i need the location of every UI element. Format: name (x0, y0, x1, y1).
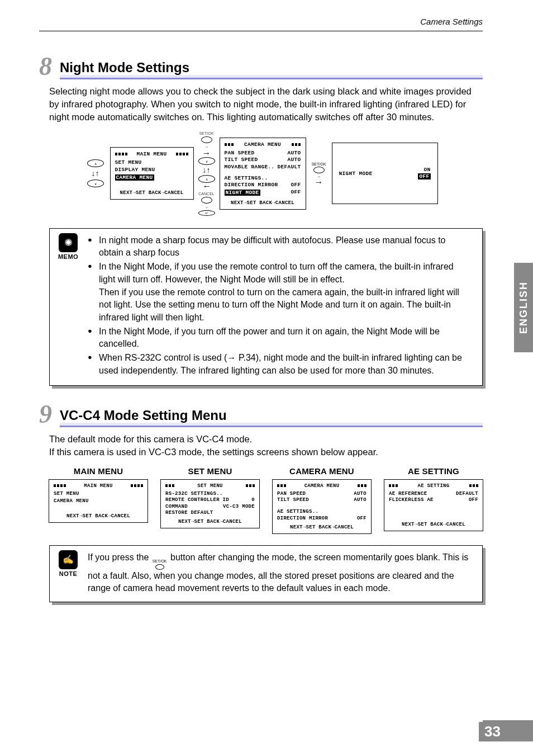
cancel-label: CANCEL (198, 192, 214, 196)
osd-main-menu-title: MAIN MENU (136, 151, 166, 157)
memo-callout: ✺ MEMO In night mode a sharp focus may b… (49, 228, 483, 386)
dots-icon (176, 153, 188, 155)
note-square-icon: ✍ (59, 550, 78, 569)
down-chevron-icon: ⌵ (206, 205, 208, 209)
setok-button-icon (201, 136, 212, 143)
osd-footer: NEXT→SET BACK→CANCEL (54, 513, 143, 519)
osd-line: AE SETTINGS.. (225, 175, 301, 181)
nav-button-icon: ∨ (198, 157, 215, 165)
dots-icon (469, 484, 478, 487)
arrow-right-icon: → (315, 179, 323, 185)
lightbulb-icon: ✺ (59, 233, 78, 252)
language-side-tab: ENGLISH (514, 263, 533, 352)
dots-icon (246, 484, 255, 487)
menu-col-title-camera: CAMERA MENU (272, 466, 372, 476)
osd-line: REMOTE CONTROLLER ID0 (165, 497, 255, 503)
vc-c3-menu-columns: MAIN MENU MAIN MENU SET MENU CAMERA MENU… (49, 466, 483, 534)
osd-night-mode: NIGHT MODE ON OFF (332, 143, 438, 204)
setok-inline-circle-icon (155, 564, 164, 570)
osd-footer: NEXT→SET BACK→CANCEL (277, 525, 367, 530)
osd-camera-menu: CAMERA MENU PAN SPEEDAUTO TILT SPEEDAUTO… (220, 138, 306, 210)
osd-title-text: AE SETTING (417, 483, 449, 489)
running-header: Camera Settings (39, 17, 483, 26)
osd-footer: NEXT→SET BACK→CANCEL (225, 200, 301, 206)
osd-selected-line: CAMERA MENU (115, 174, 154, 181)
osd-selected-line: NIGHT MODEOFF (225, 189, 301, 197)
memo-bullet: When RS-232C control is used (→ P.34), n… (88, 352, 472, 377)
osd-title-text: CAMERA MENU (304, 483, 340, 489)
osd-footer: NEXT→SET BACK→CANCEL (115, 190, 189, 196)
section-9-body-1: The default mode for this camera is VC-C… (49, 433, 483, 446)
memo-bullet: In the Night Mode, if you use the remote… (88, 261, 472, 324)
osd-camera-menu-small: CAMERA MENU PAN SPEEDAUTO TILT SPEEDAUTO… (272, 479, 372, 534)
osd-set-menu-small: SET MENU RS-232C SETTINGS.. REMOTE CONTR… (160, 479, 260, 529)
osd-ae-menu-small: AE SETTING AE REFERENCEDEFAULT FLICKERLE… (384, 479, 483, 531)
osd-camera-menu-title: CAMERA MENU (244, 141, 281, 148)
dots-icon (115, 153, 127, 155)
menu-col-title-ae: AE SETTING (384, 466, 483, 476)
osd-line: PAN SPEEDAUTO (225, 150, 301, 156)
return-button-icon: ↩ (198, 210, 215, 216)
osd-footer: NEXT→SET BACK→CANCEL (165, 519, 255, 525)
updown-arrows-icon: ↓↑ (92, 169, 99, 177)
divider-top (39, 31, 483, 31)
menu-col-title-set: SET MENU (160, 466, 260, 476)
dots-icon (225, 143, 234, 146)
osd-line: FLICKERLESS AEOFF (389, 497, 478, 503)
osd-line: TILT SPEEDAUTO (277, 497, 367, 503)
dots-icon (292, 143, 301, 146)
remote-updown-icon: ∧ ↓↑ ∨ (84, 159, 107, 187)
section-8-body: Selecting night mode allows you to check… (49, 85, 483, 124)
note-text-pre: If you press the (88, 552, 151, 562)
memo-bullet-continuation: Then if you use the remote control to tu… (99, 286, 472, 324)
memo-label: MEMO (54, 253, 82, 260)
night-mode-label: NIGHT MODE (339, 171, 373, 177)
osd-line: MOVABLE RANGE..DEFAULT (225, 164, 301, 170)
menu-col-ae: AE SETTING AE SETTING AE REFERENCEDEFAUL… (384, 466, 483, 534)
osd-line: SET MENU (115, 159, 189, 166)
night-mode-off-selected: OFF (418, 173, 430, 179)
down-button-icon: ∨ (87, 179, 104, 187)
menu-col-main: MAIN MENU MAIN MENU SET MENU CAMERA MENU… (49, 466, 148, 534)
setok-button-icon (313, 167, 325, 173)
setok-inline-icon: SET/OK (153, 559, 167, 570)
osd-line: DIRECTION MIRROROFF (277, 516, 367, 521)
updown-arrows-icon: ↓↑ (203, 166, 211, 174)
osd-main-menu-small: MAIN MENU SET MENU CAMERA MENU NEXT→SET … (49, 479, 148, 523)
osd-main-menu: MAIN MENU SET MENU DISPLAY MENU CAMERA M… (110, 147, 194, 200)
setok-right-icon: SET/OK ⌵ → (310, 162, 329, 185)
osd-title-text: MAIN MENU (84, 483, 112, 489)
osd-line: SET MENU (54, 491, 143, 497)
osd-footer: NEXT→SET BACK→CANCEL (389, 522, 478, 527)
memo-bullet: In the Night Mode, if you turn off the p… (88, 325, 472, 351)
osd-line: COMMANDVC-C3 MODE (165, 504, 255, 509)
note-label: NOTE (54, 570, 82, 577)
memo-icon: ✺ MEMO (54, 233, 82, 260)
osd-line: TILT SPEEDAUTO (225, 157, 301, 163)
section-9-number: 9 (39, 401, 52, 427)
dots-icon (165, 484, 174, 487)
memo-bullet-list: In night mode a sharp focus may be diffi… (88, 234, 472, 377)
osd-line: DIRECTION MIRROROFF (225, 182, 301, 188)
arrow-right-icon: → (202, 150, 211, 156)
center-controls-icon: SET/OK ⌵ → ∨ ↓↑ ∧ → CANCEL ⌵ ↩ (197, 131, 216, 215)
setok-inline-label: SET/OK (153, 559, 167, 564)
note-text: If you press the SET/OK button after cha… (88, 551, 472, 595)
section-9-header: 9 VC-C4 Mode Setting Menu (39, 401, 483, 427)
memo-bullet-text: In the Night Mode, if you use the remote… (99, 262, 454, 284)
memo-bullet: In night mode a sharp focus may be diffi… (88, 234, 472, 259)
dots-icon (358, 484, 367, 487)
osd-line: RESTORE DEFAULT (165, 510, 255, 516)
night-mode-on: ON (423, 167, 430, 173)
osd-line: CAMERA MENU (54, 498, 143, 504)
dots-icon (54, 484, 66, 487)
page-number: 33 (479, 722, 506, 741)
setok-label: SET/OK (312, 162, 326, 166)
dots-icon (389, 484, 398, 487)
arrow-left-icon: → (202, 184, 211, 190)
flow-diagram: ∧ ↓↑ ∨ MAIN MENU SET MENU DISPLAY MENU C… (39, 131, 483, 215)
section-8-header: 8 Night Mode Settings (39, 54, 483, 79)
section-8-number: 8 (39, 54, 52, 79)
menu-col-set: SET MENU SET MENU RS-232C SETTINGS.. REM… (160, 466, 260, 534)
setok-label: SET/OK (199, 131, 214, 135)
